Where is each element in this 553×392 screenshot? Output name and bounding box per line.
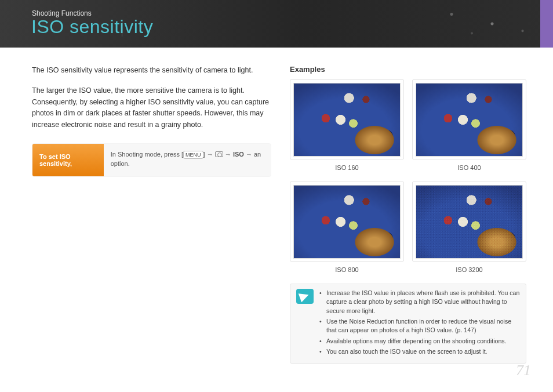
content: The ISO sensitivity value represents the… [0, 48, 553, 364]
example-image-iso160 [293, 83, 401, 157]
header-accent [540, 0, 553, 48]
camera-icon [215, 151, 223, 157]
example-caption: ISO 800 [290, 266, 404, 273]
howto-arrow2: → [223, 151, 233, 158]
howto-iso: ISO [233, 151, 244, 158]
howto-mid1: ] → [203, 151, 215, 158]
note-list: Increase the ISO value in places where f… [319, 289, 520, 357]
note-box: Increase the ISO value in places where f… [290, 284, 526, 364]
examples-grid: ISO 160 ISO 400 ISO 800 ISO 3200 [290, 79, 526, 273]
howto-prefix: In Shooting mode, press [ [111, 151, 183, 158]
note-item: Use the Noise Reduction function in orde… [319, 317, 520, 335]
howto-box: To set ISO sensitivity, In Shooting mode… [32, 143, 271, 177]
example-card: ISO 160 [290, 79, 404, 171]
intro-paragraph-1: The ISO sensitivity value represents the… [32, 65, 271, 76]
note-pen-icon [296, 289, 314, 304]
note-item: Increase the ISO value in places where f… [319, 289, 520, 315]
title-divider [122, 21, 152, 37]
note-item: You can also touch the ISO value on the … [319, 347, 520, 356]
example-card: ISO 400 [412, 79, 526, 171]
example-caption: ISO 3200 [412, 266, 526, 273]
howto-body: In Shooting mode, press [MENU] → → ISO →… [104, 144, 271, 176]
example-image-iso400 [416, 83, 523, 157]
note-item: Available options may differ depending o… [319, 337, 520, 346]
example-card: ISO 800 [290, 182, 404, 273]
howto-label: To set ISO sensitivity, [32, 144, 104, 176]
example-caption: ISO 160 [290, 164, 404, 171]
example-caption: ISO 400 [412, 164, 526, 171]
examples-heading: Examples [290, 65, 526, 74]
left-column: The ISO sensitivity value represents the… [32, 65, 271, 364]
page-number: 71 [516, 362, 531, 379]
intro-paragraph-2: The larger the ISO value, the more sensi… [32, 85, 271, 130]
right-column: Examples ISO 160 ISO 400 ISO 800 [290, 65, 526, 364]
page-header: Shooting Functions ISO sensitivity [0, 0, 553, 48]
example-card: ISO 3200 [412, 182, 526, 273]
menu-button-icon: MENU [183, 151, 203, 159]
example-image-iso3200 [416, 185, 523, 259]
example-image-iso800 [293, 185, 401, 259]
